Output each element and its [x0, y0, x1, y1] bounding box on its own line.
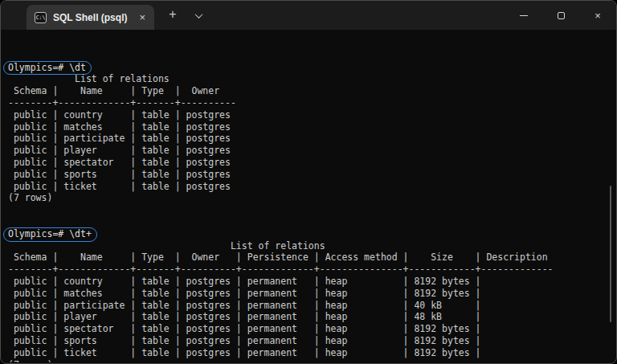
terminal-line: public | spectator | table | postgres | … [8, 323, 615, 335]
terminal-line: --------+-------------+-------+---------… [8, 264, 615, 276]
terminal-line: public | participate | table | postgres … [8, 300, 615, 312]
terminal-line: List of relations [8, 73, 615, 85]
tab-title: SQL Shell (psql) [53, 12, 131, 23]
minimize-button[interactable] [505, 1, 542, 30]
terminal-line [8, 216, 615, 228]
terminal-line: Schema | Name | Type | Owner [8, 85, 615, 97]
chevron-down-icon [194, 10, 202, 18]
terminal-line: public | ticket | table | postgres [8, 181, 615, 193]
terminal-line: public | matches | table | postgres [8, 121, 615, 133]
titlebar-drag-region [209, 1, 505, 30]
tab-dropdown-button[interactable] [188, 5, 209, 26]
terminal-line: public | player | table | postgres [8, 145, 615, 157]
maximize-icon [558, 12, 565, 19]
terminal-line: public | country | table | postgres [8, 109, 615, 121]
terminal-line: Schema | Name | Type | Owner | Persisten… [8, 252, 615, 264]
new-tab-button[interactable]: + [162, 5, 183, 26]
command-prompt-icon: C:\ [35, 12, 47, 23]
close-icon: × [595, 10, 601, 21]
terminal-line: List of relations [8, 240, 615, 252]
terminal-line: public | sports | table | postgres | per… [8, 335, 615, 347]
terminal-line [8, 204, 615, 216]
close-button[interactable]: × [579, 1, 616, 30]
terminal-line: public | spectator | table | postgres [8, 157, 615, 169]
terminal-line: (7 rows) [8, 359, 615, 362]
terminal-line: Olympics=# \dt+ [8, 228, 615, 240]
annotated-command: Olympics=# \dt+ [3, 227, 97, 242]
terminal-window: C:\ SQL Shell (psql) × + × Olympics=# \d… [0, 0, 617, 364]
terminal-line: public | ticket | table | postgres | per… [8, 347, 615, 359]
terminal-line: public | participate | table | postgres [8, 133, 615, 145]
maximize-button[interactable] [542, 1, 579, 30]
terminal-line: public | player | table | postgres | per… [8, 311, 615, 323]
terminal-screen[interactable]: Olympics=# \dt List of relations Schema … [2, 30, 615, 362]
scrollbar-thumb[interactable] [610, 186, 611, 322]
window-controls: × [505, 1, 616, 30]
tab-close-icon[interactable]: × [137, 12, 147, 22]
terminal-line: public | sports | table | postgres [8, 169, 615, 181]
tab-sql-shell[interactable]: C:\ SQL Shell (psql) × [27, 5, 154, 30]
minimize-icon [520, 15, 528, 16]
terminal-line: (7 rows) [8, 192, 615, 204]
terminal-line: Olympics=# \dt [8, 62, 615, 74]
titlebar: C:\ SQL Shell (psql) × + × [1, 1, 616, 30]
terminal-line: public | country | table | postgres | pe… [8, 276, 615, 288]
terminal-line: --------+-------------+-------+---------… [8, 97, 615, 109]
terminal-output: Olympics=# \dt List of relations Schema … [8, 62, 615, 362]
terminal-line: public | matches | table | postgres | pe… [8, 288, 615, 300]
